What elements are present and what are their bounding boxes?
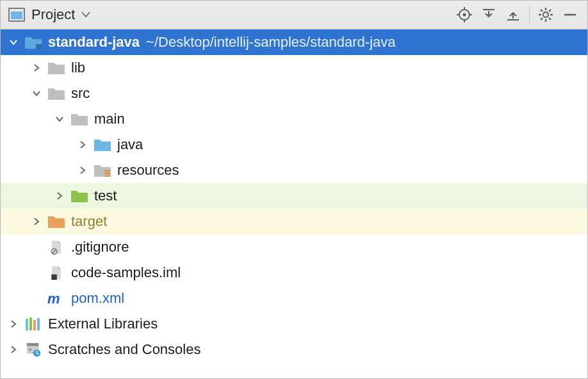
project-tree[interactable]: standard-java ~/Desktop/intellij-samples… (1, 29, 587, 378)
tree-node-label: External Libraries (48, 316, 158, 332)
module-file-icon (47, 263, 66, 282)
collapse-all-icon[interactable] (501, 3, 525, 27)
expand-toggle[interactable] (52, 188, 67, 204)
ignored-file-icon (47, 238, 66, 257)
tree-node-pom[interactable]: m pom.xml (1, 286, 587, 311)
project-tool-window: Project (0, 0, 588, 379)
tree-node-scratches[interactable]: >_ Scratches and Consoles (1, 337, 587, 362)
tree-node-label: lib (71, 60, 85, 76)
maven-file-icon: m (47, 289, 66, 308)
expand-toggle[interactable] (29, 60, 44, 76)
source-folder-icon (93, 135, 112, 154)
svg-rect-26 (51, 275, 57, 280)
tree-node-label: test (94, 188, 117, 204)
svg-line-16 (549, 18, 551, 20)
project-toolbar: Project (1, 1, 587, 29)
expand-toggle[interactable] (75, 163, 90, 178)
tree-node-path: ~/Desktop/intellij-samples/standard-java (146, 34, 395, 51)
tree-node-label: target (71, 213, 107, 230)
svg-text:m: m (47, 291, 60, 306)
tree-node-label: resources (117, 162, 179, 179)
tree-node-test[interactable]: test (1, 183, 587, 209)
tree-node-external-libraries[interactable]: External Libraries (1, 311, 587, 337)
tree-node-target[interactable]: target (1, 209, 587, 234)
excluded-folder-icon (47, 212, 66, 231)
expand-toggle[interactable] (29, 86, 44, 101)
svg-rect-28 (26, 319, 28, 330)
expand-toggle[interactable] (6, 342, 21, 357)
svg-rect-20 (36, 44, 42, 49)
settings-gear-icon[interactable] (534, 3, 558, 27)
module-folder-icon (24, 33, 43, 52)
svg-rect-30 (33, 320, 36, 330)
svg-line-18 (541, 18, 543, 20)
tree-node-iml[interactable]: code-samples.iml (1, 260, 587, 286)
resources-folder-icon (93, 161, 112, 180)
svg-line-15 (541, 10, 543, 12)
project-window-icon (8, 8, 25, 22)
svg-rect-29 (29, 318, 32, 330)
tree-node-lib[interactable]: lib (1, 55, 587, 81)
expand-toggle[interactable] (75, 137, 90, 152)
folder-icon (70, 109, 89, 129)
libraries-icon (24, 314, 43, 334)
hide-tool-window-icon[interactable] (558, 3, 582, 27)
tree-node-label: pom.xml (71, 290, 124, 307)
dropdown-arrow-icon (81, 12, 90, 18)
tree-node-label: standard-java (48, 34, 140, 51)
project-view-title: Project (31, 6, 75, 23)
tree-node-label: .gitignore (71, 239, 129, 255)
tree-node-label: Scratches and Consoles (48, 341, 200, 358)
toolbar-divider (529, 6, 530, 23)
svg-point-10 (543, 12, 548, 17)
tree-node-label: java (117, 136, 143, 153)
tree-node-label: code-samples.iml (71, 264, 181, 281)
tree-node-label: src (71, 85, 90, 102)
svg-rect-33 (27, 343, 38, 346)
project-view-selector[interactable]: Project (6, 6, 231, 23)
tree-node-main[interactable]: main (1, 106, 587, 132)
tree-node-resources[interactable]: resources (1, 157, 587, 183)
expand-toggle[interactable] (6, 316, 21, 332)
svg-rect-31 (37, 318, 40, 330)
expand-all-icon[interactable] (477, 3, 501, 27)
svg-line-17 (549, 10, 551, 12)
folder-icon (47, 84, 66, 103)
folder-icon (47, 58, 66, 77)
tree-node-java[interactable]: java (1, 132, 587, 157)
tree-node-src[interactable]: src (1, 81, 587, 106)
tree-node-label: main (94, 111, 125, 127)
scratches-icon: >_ (24, 340, 43, 359)
svg-point-1 (463, 13, 466, 17)
test-folder-icon (70, 186, 89, 206)
expand-toggle[interactable] (52, 111, 67, 127)
expand-toggle[interactable] (29, 214, 44, 229)
tree-node-project-root[interactable]: standard-java ~/Desktop/intellij-samples… (1, 29, 587, 55)
tree-node-gitignore[interactable]: .gitignore (1, 234, 587, 260)
locate-target-icon[interactable] (452, 3, 477, 27)
expand-toggle[interactable] (6, 35, 21, 50)
